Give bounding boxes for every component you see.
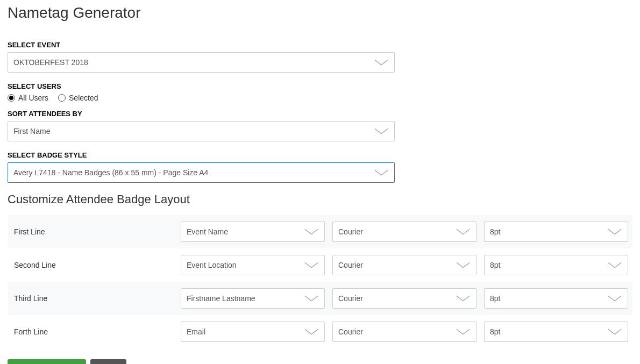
chevron-down-icon <box>456 227 471 236</box>
chevron-down-icon <box>456 261 471 269</box>
row-label: Forth Line <box>12 327 173 336</box>
line-font-dropdown[interactable]: Courier <box>332 222 477 242</box>
radio-all-users[interactable]: All Users <box>8 94 48 102</box>
radio-all-users-label: All Users <box>18 94 48 102</box>
layout-grid: First Line Event Name Courier 8pt Second… <box>8 215 632 348</box>
chevron-down-icon <box>374 168 389 177</box>
line-size-dropdown[interactable]: 8pt <box>484 255 628 275</box>
select-badge-style-value: Avery L7418 - Name Badges (86 x 55 mm) -… <box>13 168 208 177</box>
page-title: Nametag Generator <box>8 4 632 22</box>
select-event-value: OKTOBERFEST 2018 <box>13 58 88 67</box>
chevron-down-icon <box>607 261 622 269</box>
line-size-dropdown[interactable]: 8pt <box>484 322 628 342</box>
chevron-down-icon <box>304 261 319 269</box>
line-content-value: Event Name <box>187 227 228 236</box>
line-size-value: 8pt <box>490 294 500 303</box>
sort-attendees-value: First Name <box>13 127 50 135</box>
chevron-down-icon <box>456 294 471 303</box>
line-content-dropdown[interactable]: Firstname Lastname <box>181 288 325 309</box>
line-font-value: Courier <box>338 294 363 303</box>
line-content-dropdown[interactable]: Event Location <box>181 255 325 275</box>
generate-badges-button[interactable]: Generate Badges <box>8 359 86 364</box>
line-size-dropdown[interactable]: 8pt <box>484 288 628 309</box>
layout-row: First Line Event Name Courier 8pt <box>8 215 632 248</box>
chevron-down-icon <box>304 327 319 336</box>
line-font-value: Courier <box>338 261 363 269</box>
select-badge-style-label: SELECT BADGE STYLE <box>8 151 632 159</box>
row-label: First Line <box>12 227 173 236</box>
line-content-value: Firstname Lastname <box>187 294 255 303</box>
radio-selected-users[interactable]: Selected <box>58 94 98 102</box>
line-font-dropdown[interactable]: Courier <box>332 322 477 342</box>
chevron-down-icon <box>456 327 471 336</box>
line-size-dropdown[interactable]: 8pt <box>484 222 628 242</box>
line-content-dropdown[interactable]: Email <box>181 322 325 342</box>
chevron-down-icon <box>607 327 622 336</box>
line-size-value: 8pt <box>490 227 500 236</box>
layout-row: Third Line Firstname Lastname Courier 8p… <box>8 282 632 315</box>
radio-icon <box>8 94 15 102</box>
line-font-value: Courier <box>338 327 363 336</box>
select-users-label: SELECT USERS <box>8 82 632 90</box>
line-font-dropdown[interactable]: Courier <box>332 288 477 309</box>
customize-heading: Customize Attendee Badge Layout <box>8 192 632 206</box>
chevron-down-icon <box>374 127 389 135</box>
line-content-value: Event Location <box>187 261 237 269</box>
line-content-dropdown[interactable]: Event Name <box>181 222 325 242</box>
sort-attendees-label: SORT ATTENDEES BY <box>8 110 632 118</box>
chevron-down-icon <box>607 294 622 303</box>
sort-attendees-dropdown[interactable]: First Name <box>8 121 395 141</box>
line-size-value: 8pt <box>490 261 500 269</box>
radio-icon <box>58 94 66 102</box>
line-font-dropdown[interactable]: Courier <box>332 255 477 275</box>
row-label: Second Line <box>12 261 173 269</box>
select-event-label: SELECT EVENT <box>8 41 632 49</box>
reset-button[interactable]: Reset <box>90 359 126 364</box>
chevron-down-icon <box>304 227 319 236</box>
chevron-down-icon <box>304 294 319 303</box>
select-badge-style-dropdown[interactable]: Avery L7418 - Name Badges (86 x 55 mm) -… <box>8 162 395 183</box>
line-size-value: 8pt <box>490 327 500 336</box>
select-event-dropdown[interactable]: OKTOBERFEST 2018 <box>8 52 395 73</box>
line-content-value: Email <box>187 327 205 336</box>
layout-row: Second Line Event Location Courier 8pt <box>8 248 632 282</box>
line-font-value: Courier <box>338 227 363 236</box>
radio-selected-users-label: Selected <box>69 94 98 102</box>
row-label: Third Line <box>12 294 173 303</box>
chevron-down-icon <box>374 58 389 67</box>
layout-row: Forth Line Email Courier 8pt <box>8 315 632 348</box>
chevron-down-icon <box>607 227 622 236</box>
